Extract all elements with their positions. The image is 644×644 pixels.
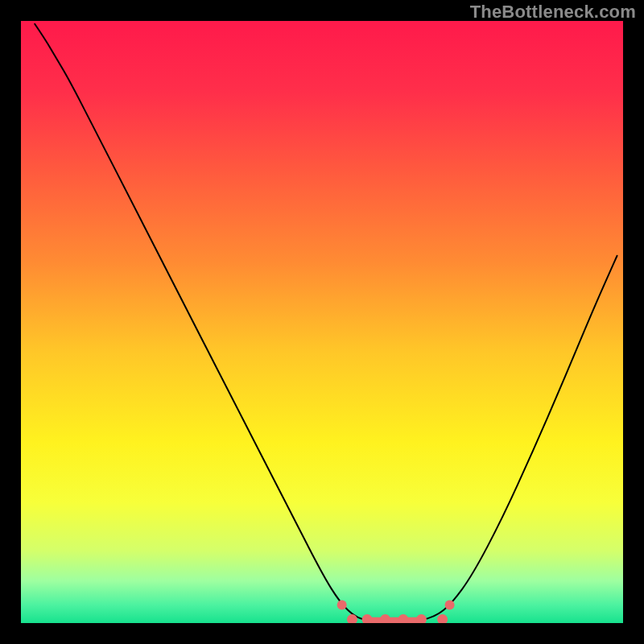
watermark-text: TheBottleneck.com [470, 2, 636, 23]
gradient-background [21, 21, 623, 623]
svg-point-7 [337, 601, 347, 610]
chart-frame: TheBottleneck.com [0, 0, 644, 644]
chart-svg [21, 21, 623, 623]
svg-point-8 [445, 601, 455, 610]
plot-area [21, 21, 623, 623]
